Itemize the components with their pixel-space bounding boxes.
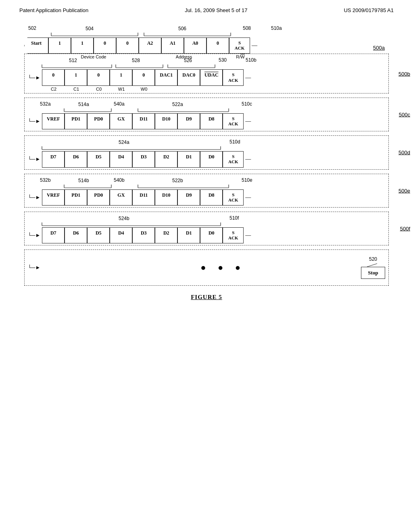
cell-d3-d: D3 [132,151,155,167]
cell-d10-c: D10 [155,113,177,129]
svg-text:524b: 524b [119,216,129,221]
cell-d5-f: D5 [87,227,110,243]
cell-d1-d: D1 [177,151,200,167]
cell-pd0-e: PD0 [87,189,110,206]
dashed-box-500d: 524a 510d └─► D7 D6 D5 D4 D3 D2 D1 D0 SA… [24,135,389,169]
svg-text:512: 512 [69,58,77,63]
bracket-504: 504 [49,25,142,37]
bracket-512: 512 [40,57,115,69]
cells-row-500d: └─► D7 D6 D5 D4 D3 D2 D1 D0 SACK — [28,151,385,167]
cell-start: Start [24,37,48,54]
dots: ● ● ● [44,262,361,273]
arrow-in-500d: └─► [28,151,40,167]
cell-1-b1: 1 [65,69,87,85]
dash-500f: — [244,227,251,243]
dash-500d: — [244,151,251,167]
cell-1-b2: 1 [110,69,132,85]
cell-d9-c: D9 [177,113,200,129]
svg-text:514b: 514b [78,178,89,183]
label-510e: 510e [242,177,252,183]
bracket-522b: 522b [136,177,233,189]
dash-500a: — [250,37,257,54]
cell-0a: 0 [94,37,116,54]
bracket-506: 506 [142,25,235,37]
cell-vref-c: VREF [42,113,65,129]
cell-d8-e: D8 [200,189,223,206]
label-508: 508 [243,25,251,31]
label-510f: 510f [229,215,239,221]
bracket-514b: 514b [62,177,115,189]
svg-text:504: 504 [86,26,94,31]
svg-text:524a: 524a [119,139,129,145]
cell-d7-d: D7 [42,151,65,167]
bracket-524b: 524b [40,215,224,227]
arrow-in-final: └─► [28,264,40,271]
dash-500e: — [244,189,251,206]
svg-line-44 [367,264,377,267]
cells-row-500f: └─► D7 D6 D5 D4 D3 D2 D1 D0 SACK — [28,227,385,243]
label-530: 530 [219,57,227,63]
cell-d9-e: D9 [177,189,200,206]
label-532b: 532b [40,177,51,183]
cell-d4-d: D4 [110,151,132,167]
svg-text:522a: 522a [172,102,183,107]
ref-500d: 500d [398,150,410,156]
label-510a: 510a [271,25,282,31]
cells-row-500e: └─► VREF PD1 PD0 GX D11 D10 D9 D8 SACK — [28,189,385,206]
cell-sack-500d: SACK [223,151,244,167]
cell-0-b1: 0 [42,69,65,85]
cell-sack-500e: SACK [223,189,244,206]
cell-d11-c: D11 [132,113,155,129]
cells-row-500c: └─► VREF PD1 PD0 GX D11 D10 D9 D8 SACK — [28,113,385,129]
ref-500f: 500f [400,226,410,232]
bracket-528: 528 [114,57,166,69]
label-510c: 510c [242,101,252,107]
cell-dac1: DAC1 [155,69,177,85]
bracket-524a: 524a [40,139,224,151]
labels-row-500c: 532a 514a 540a 522a 510c [40,101,385,113]
sublabels-500b: C2 C1 C0 W1 W0 [42,87,385,91]
svg-text:528: 528 [132,58,140,63]
cell-gx-e: GX [110,189,132,206]
arrow-in-500c: └─► [28,113,40,129]
cell-vref-e: VREF [42,189,65,206]
page-header: Patent Application Publication Jul. 16, … [0,0,413,13]
cell-d8-c: D8 [200,113,223,129]
cell-d5-d: D5 [87,151,110,167]
labels-row-500b: 512 528 526 530 510b [40,57,385,69]
header-right: US 2009/0179785 A1 [344,7,394,13]
svg-text:522b: 522b [172,178,183,183]
svg-text:506: 506 [178,26,186,31]
dash-500b: — [244,69,251,85]
cell-d6-d: D6 [65,151,87,167]
labels-row-500e: 532b 514b 540b 522b 510e [40,177,385,189]
bracket-522a: 522a [136,101,233,113]
cell-d4-f: D4 [110,227,132,243]
bracket-514a: 514a [62,101,115,113]
stop-box: Stop [361,267,385,279]
cell-d10-e: D10 [155,189,177,206]
label-510d: 510d [229,139,240,145]
svg-text:514a: 514a [78,102,89,107]
ref-500b: 500b [398,71,410,77]
cell-pd1-c: PD1 [65,113,87,129]
cells-row-500a: Start 1 1 0 0 A2 A1 A0 0 SACK — [24,37,389,54]
row-500a: 502 504 506 508 510a Start [24,25,389,51]
cell-d1-f: D1 [177,227,200,243]
cell-sack-500f: SACK [223,227,244,243]
cell-pd0-c: PD0 [87,113,110,129]
cell-d0-d: D0 [200,151,223,167]
cell-sack-500c: SACK [223,113,244,129]
dashed-box-500e: 532b 514b 540b 522b 510e └─► VREF PD1 PD… [24,174,389,208]
label-540b: 540b [114,177,125,183]
svg-text:526: 526 [184,58,192,63]
cell-1b: 1 [71,37,94,54]
cell-sack-500b: SACK [223,69,244,85]
stop-container: 520 Stop [361,256,385,279]
ref-500e: 500e [398,187,410,193]
label-502: 502 [28,25,36,31]
cell-d3-f: D3 [132,227,155,243]
header-middle: Jul. 16, 2009 Sheet 5 of 17 [185,7,247,13]
cell-d7-f: D7 [42,227,65,243]
label-510b: 510b [246,57,257,63]
